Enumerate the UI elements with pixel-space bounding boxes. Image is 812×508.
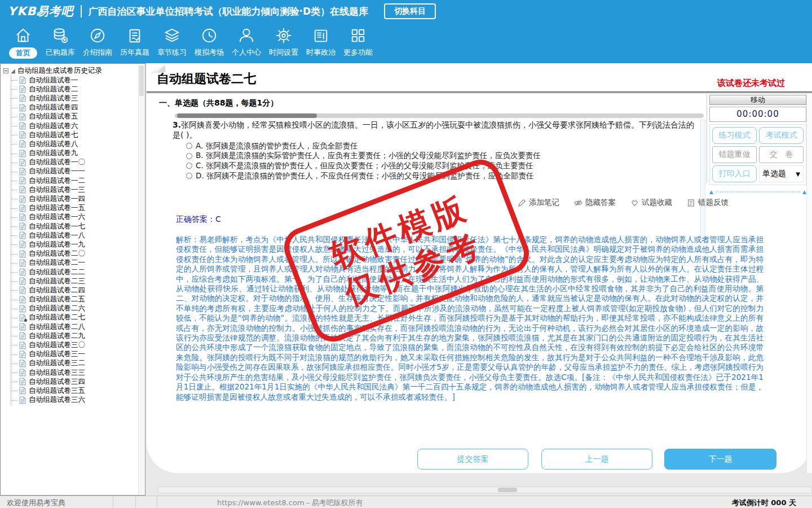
main-horizontal-scrollbar-thumb[interactable] (498, 488, 517, 492)
nav-item-home[interactable]: 首页 (5, 24, 42, 59)
sidebar-paper-item[interactable]: 自动组题试卷二四 (11, 286, 145, 295)
sidebar-paper-item[interactable]: 自动组题试卷二一 (11, 259, 145, 268)
nav-item-personal-center[interactable]: 个人中心 (228, 24, 265, 58)
main-toolbar: 首页 已购题库 介绍指南 历年真题 章节练习 模拟考场 个人中心 时间设置 时事… (0, 23, 812, 63)
sidebar-paper-item[interactable]: 自动组题试卷三 (11, 94, 145, 103)
nav-item-purchased-banks[interactable]: 已购题库 (42, 24, 79, 58)
sidebar-paper-item[interactable]: 自动组题试卷九 (11, 149, 145, 158)
sidebar-paper-item[interactable]: 自动组题试卷一一 (11, 167, 145, 176)
sidebar-paper-item[interactable]: 自动组题试卷二八 (11, 322, 145, 331)
window-scrollbar[interactable] (806, 94, 812, 473)
paper-item-label: 自动组题试卷三五 (29, 386, 85, 396)
submit-answer-button[interactable]: 提交答案 (417, 449, 528, 470)
sidebar-paper-item[interactable]: 自动组题试卷三六 (11, 396, 145, 405)
sidebar-paper-item[interactable]: 自动组题试卷一〇 (11, 158, 145, 167)
sidebar-paper-item[interactable]: 自动组题试卷二二 (11, 268, 145, 277)
option-b[interactable]: B. 张阿姨是流浪猫的实际管护责任人，应负有主要责任；小强的父母没能尽到监护责任… (186, 151, 541, 161)
sidebar-paper-item[interactable]: 自动组题试卷五 (11, 112, 145, 121)
document-icon (19, 168, 26, 176)
radio-icon[interactable] (186, 173, 192, 179)
tree-collapse-icon[interactable] (3, 68, 8, 73)
options-vertical-scrollbar[interactable] (700, 120, 705, 239)
panel-resize-strip[interactable]: ▲▲ (709, 189, 806, 195)
print-entry-button[interactable]: 打印入口 (712, 165, 757, 182)
copyright-text: https://www.etest8.com－易考吧版权所有 (217, 498, 363, 508)
triangle-up-icon: ▲ (802, 189, 806, 195)
question-area-scrollbar-thumb[interactable] (177, 113, 317, 118)
nav-item-chapter-practice[interactable]: 章节练习 (153, 24, 191, 58)
radio-icon[interactable] (186, 143, 192, 149)
nav-item-current-politics[interactable]: 时事政治 (302, 24, 339, 58)
next-question-button[interactable]: 下一题 (664, 449, 776, 470)
sidebar-paper-item[interactable]: 自动组题试卷二〇 (11, 249, 145, 259)
option-b-label: B. 张阿姨是流浪猫的实际管护责任人，应负有主要责任；小强的父母没能尽到监护责任… (196, 151, 541, 161)
welcome-text: 欢迎使用易考宝典 (7, 498, 65, 508)
nav-label: 时事政治 (306, 47, 336, 58)
sidebar-paper-item[interactable]: 自动组题试卷三四 (11, 377, 145, 386)
sidebar-scrollbar[interactable] (138, 64, 144, 494)
sidebar-paper-item[interactable]: 自动组题试卷二五 (11, 295, 145, 304)
sidebar-paper-item[interactable]: 自动组题试卷八 (11, 139, 145, 148)
exam-mode-button[interactable]: 考试模式 (759, 127, 804, 144)
nav-item-intro-guide[interactable]: 介绍指南 (79, 24, 116, 58)
move-handle[interactable]: 移动 (709, 95, 806, 105)
hand-in-button[interactable]: 交 卷 (759, 146, 804, 163)
practice-mode-button[interactable]: 练习模式 (712, 127, 757, 144)
nav-item-more-functions[interactable]: 更多功能 (339, 24, 377, 58)
wrong-feedback-tool[interactable]: 错题反馈 (687, 198, 729, 208)
paper-item-label: 自动组题试卷一一 (29, 167, 85, 176)
question-area-scrollbar[interactable] (175, 113, 704, 118)
radio-icon[interactable] (186, 153, 192, 159)
clock-icon (201, 24, 218, 47)
tree-root-node[interactable]: ◢ 自动组题生成试卷历史记录 (3, 66, 145, 76)
nav-item-mock-exam[interactable]: 模拟考场 (191, 24, 228, 58)
document-icon (19, 94, 26, 102)
main-horizontal-scrollbar[interactable] (158, 487, 812, 493)
exam-timer: 00:00:00 (709, 107, 806, 122)
sidebar-paper-item[interactable]: 自动组题试卷四 (11, 103, 145, 112)
sidebar-paper-item[interactable]: 自动组题试卷三〇 (11, 340, 145, 349)
previous-question-button[interactable]: 上一题 (541, 449, 652, 470)
paper-item-label: 自动组题试卷一二 (29, 176, 85, 186)
sidebar-paper-item[interactable]: 自动组题试卷七 (11, 130, 145, 139)
compass-icon (89, 24, 106, 47)
sidebar-paper-item[interactable]: 自动组题试卷一六 (11, 213, 145, 222)
history-sidebar: ◢ 自动组题生成试卷历史记录 自动组题试卷一 自动组题试卷二 自动组题试卷三 自… (0, 63, 145, 496)
sidebar-paper-item[interactable]: 自动组题试卷一四 (11, 194, 145, 203)
sidebar-paper-item[interactable]: 自动组题试卷一 (11, 76, 145, 85)
add-note-tool[interactable]: 添加笔记 (518, 198, 559, 208)
hide-answer-tool[interactable]: 隐藏答案 (574, 198, 616, 208)
redo-wrong-button[interactable]: 错题重做 (712, 146, 757, 163)
nav-item-time-settings[interactable]: 时间设置 (265, 24, 302, 58)
collect-question-tool[interactable]: 试题收藏 (630, 198, 672, 208)
sidebar-paper-item[interactable]: 自动组题试卷一五 (11, 204, 145, 213)
sidebar-paper-item[interactable]: 自动组题试卷六 (11, 121, 145, 130)
paper-item-label: 自动组题试卷二一 (29, 258, 85, 268)
nav-item-past-papers[interactable]: 历年真题 (116, 24, 153, 58)
sidebar-paper-item[interactable]: 自动组题试卷一二 (11, 176, 145, 185)
sidebar-paper-item[interactable]: 自动组题试卷二六 (11, 304, 145, 313)
sidebar-paper-item[interactable]: 自动组题试卷一九 (11, 240, 145, 249)
sidebar-paper-item[interactable]: 自动组题试卷二七 (11, 313, 145, 322)
sidebar-paper-item[interactable]: 自动组题试卷三三 (11, 368, 145, 377)
question-type-dropdown[interactable]: 单选题 ▼ (759, 165, 804, 182)
sidebar-paper-item[interactable]: 自动组题试卷二九 (11, 331, 145, 340)
option-a[interactable]: A. 张阿姨是流浪猫的管护责任人，应负全部责任 (186, 141, 541, 151)
paper-item-label: 自动组题试卷七 (29, 130, 78, 140)
sidebar-paper-item[interactable]: 自动组题试卷一八 (11, 231, 145, 240)
question-tools: 添加笔记 隐藏答案 试题收藏 错题反馈 (518, 198, 729, 208)
sidebar-paper-item[interactable]: 自动组题试卷一三 (11, 185, 145, 194)
sidebar-paper-item[interactable]: 自动组题试卷一七 (11, 222, 145, 231)
document-icon (19, 150, 26, 157)
paper-item-label: 自动组题试卷三六 (29, 395, 85, 405)
sidebar-paper-item[interactable]: 自动组题试卷三二 (11, 359, 145, 368)
radio-icon[interactable] (186, 163, 192, 169)
sidebar-paper-item[interactable]: 自动组题试卷三五 (11, 386, 145, 395)
mode-buttons-box: 练习模式 考试模式 错题重做 交 卷 打印入口 单选题 ▼ (709, 124, 806, 185)
sidebar-scrollbar-thumb[interactable] (139, 65, 144, 96)
switch-subject-button[interactable]: 切换科目 (384, 3, 436, 19)
sidebar-paper-item[interactable]: 自动组题试卷三一 (11, 350, 145, 359)
sidebar-paper-item[interactable]: 自动组题试卷二 (11, 85, 145, 94)
paper-item-label: 自动组题试卷四 (29, 103, 78, 112)
sidebar-paper-item[interactable]: 自动组题试卷二三 (11, 277, 145, 286)
